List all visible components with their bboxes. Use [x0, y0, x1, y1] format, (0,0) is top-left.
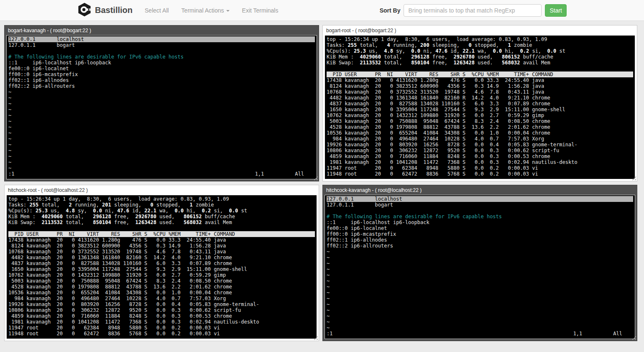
- terminal-line: ~: [327, 313, 633, 319]
- terminal-line: ::1 ip6-localhost ip6-loopback: [327, 219, 633, 225]
- terminal-line: 10768 kavanagh 20 0 3732552 313520 19748…: [8, 249, 315, 255]
- terminal-line: ~: [8, 153, 315, 159]
- terminal-line: ~: [327, 301, 633, 307]
- terminal-line: fe00::0 ip6-localnet: [8, 66, 315, 71]
- terminal-line: 11948 root 20 0 62472 8836 5768 S 0.0 0.…: [327, 171, 633, 177]
- terminal-line: ~: [327, 249, 633, 255]
- terminal-line: [8, 48, 315, 54]
- regexp-sort-input[interactable]: [404, 4, 542, 17]
- sort-by-label: Sort By: [380, 7, 401, 14]
- terminal-line: ~: [327, 325, 633, 331]
- terminal-line: ~: [327, 272, 633, 278]
- terminal-line: 1650 kavanagh 20 0 3395004 117248 27544 …: [8, 266, 315, 272]
- terminal-line: 10536 kavanagh 20 0 655204 41084 34308 S…: [327, 130, 633, 136]
- terminal-line: 10536 kavanagh 20 0 655204 41084 34308 S…: [8, 290, 315, 296]
- terminal-line: ~: [8, 124, 315, 130]
- terminal-line: 5003 kavanagh 20 0 750888 95048 67424 S …: [8, 278, 315, 284]
- start-button[interactable]: Start: [545, 4, 567, 17]
- terminal-line: ~: [8, 130, 315, 136]
- terminal-line: 4837 kavanagh 20 0 827588 134028 110160 …: [327, 101, 633, 107]
- terminal-line: KiB Mem : 4029060 total, 296128 free, 29…: [327, 54, 633, 60]
- terminal-line: 984 kavanagh 20 0 496480 27464 10228 S 4…: [327, 136, 633, 142]
- terminal-line: ff02::2 ip6-allrouters: [327, 243, 633, 249]
- terminal-line: 4528 kavanagh 20 0 1979808 88812 43788 S…: [8, 284, 315, 290]
- terminal-line: ~: [8, 165, 315, 171]
- terminal-line: Tasks: 255 total, 4 running, 200 sleepin…: [327, 42, 633, 48]
- terminal-screen[interactable]: top - 15:26:34 up 1 day, 8:30, 6 users, …: [7, 195, 317, 339]
- terminal-line: ~: [327, 290, 633, 296]
- caret-down-icon: [226, 10, 230, 12]
- terminal-line: 10806 kavanagh 20 0 306232 12872 9520 S …: [327, 148, 633, 153]
- terminal-line: top - 15:26:34 up 1 day, 8:30, 6 users, …: [8, 196, 315, 202]
- terminal-line: 1981 kavanagh 20 0 1041208 11472 7368 S …: [8, 319, 315, 325]
- terminal-window-hitchcock-kavanagh: hitchcock-kavanagh - ( root@localhost:22…: [322, 185, 637, 341]
- terminal-line: fe00::0 ip6-localnet: [327, 225, 633, 231]
- terminal-line: 11948 root 20 0 62472 8836 5768 S 0.0 0.…: [8, 331, 315, 337]
- terminal-line: 17438 kavanagh 20 0 4131620 1.280g 476 S…: [8, 237, 315, 243]
- vim-ruler: 1,1: [573, 331, 583, 337]
- terminal-line: 4859 kavanagh 20 0 716060 11884 8248 S 0…: [327, 153, 633, 159]
- terminal-line: ~: [8, 118, 315, 124]
- terminal-screen[interactable]: 127.0.0.1 localhost127.0.1.1 bogart# The…: [7, 36, 317, 179]
- terminal-line: 1981 kavanagh 20 0 1041208 11472 7368 S …: [327, 159, 633, 165]
- terminal-titlebar[interactable]: hitchcock-kavanagh - ( root@localhost:22…: [323, 185, 637, 195]
- terminal-line: 8124 kavanagh 20 0 3823512 600900 4356 S…: [8, 243, 315, 249]
- terminal-line: ~: [8, 142, 315, 148]
- terminal-line: ~: [327, 296, 633, 301]
- terminal-line: 4528 kavanagh 20 0 1979808 88812 43788 S…: [327, 124, 633, 130]
- navbar: Bastillion Select All Terminal Actions E…: [0, 0, 644, 21]
- bastillion-logo-icon: [77, 3, 92, 18]
- terminal-line: # The following lines are desirable for …: [327, 214, 633, 219]
- nav-item-select-all[interactable]: Select All: [138, 7, 175, 14]
- terminal-screen[interactable]: 127.0.0.1 localhost127.0.1.1 bogart# The…: [325, 195, 635, 339]
- terminal-line: 127.0.0.1 localhost: [327, 196, 633, 202]
- terminal-line: %Cpu(s): 25.3 us, 4.8 sy, 0.0 ni, 47.6 i…: [8, 208, 315, 214]
- terminal-line: ~: [8, 159, 315, 165]
- terminal-cursor: 1: [327, 196, 330, 202]
- terminal-line: 127.0.1.1 bogart: [327, 202, 633, 208]
- nav-item-exit-terminals[interactable]: Exit Terminals: [236, 7, 285, 14]
- vim-ruler-group: 1,1All: [573, 331, 622, 337]
- terminal-line: 8124 kavanagh 20 0 3823512 600900 4356 S…: [327, 83, 633, 89]
- terminal-line: ~: [8, 95, 315, 101]
- terminal-line: 4859 kavanagh 20 0 716060 11884 8248 S 0…: [8, 313, 315, 319]
- navbar-container: Bastillion Select All Terminal Actions E…: [77, 0, 567, 20]
- terminal-line: ~: [8, 101, 315, 107]
- terminal-line: 19926 kavanagh 20 0 803920 16256 8728 S …: [327, 142, 633, 148]
- terminal-line: KiB Swap: 2113532 total, 850104 free, 12…: [327, 60, 633, 66]
- terminal-line: 127.0.1.1 bogart: [8, 42, 315, 48]
- terminal-titlebar[interactable]: hitchock-root - ( root@localhost:22 ): [5, 185, 319, 195]
- terminal-line: ff02::1 ip6-allnodes: [8, 77, 315, 83]
- terminal-line: Tasks: 255 total, 2 running, 201 sleepin…: [8, 202, 315, 208]
- terminal-line: 11947 root 20 0 62384 8948 5880 S 0.0 0.…: [8, 325, 315, 331]
- terminal-line: ~: [8, 112, 315, 118]
- terminal-line: ~: [327, 284, 633, 290]
- terminal-line: 11947 root 20 0 62384 8948 5880 S 0.0 0.…: [327, 165, 633, 171]
- brand-name: Bastillion: [95, 5, 133, 15]
- brand[interactable]: Bastillion: [77, 3, 133, 18]
- terminal-line: [327, 66, 633, 71]
- terminal-line: 10806 kavanagh 20 0 306232 12872 9520 S …: [8, 307, 315, 313]
- terminal-line: ~: [327, 319, 633, 325]
- terminal-screen[interactable]: top - 15:26:34 up 1 day, 8:30, 6 users, …: [325, 36, 635, 179]
- vim-status-line: :11,1All: [8, 171, 315, 177]
- terminal-grid: bogart-kavanagh - ( root@bogart:22 ) 127…: [0, 21, 644, 345]
- terminal-line: ~: [8, 148, 315, 153]
- terminal-line: %Cpu(s): 25.3 us, 4.8 sy, 0.0 ni, 47.6 i…: [327, 48, 633, 54]
- terminal-line: ::1 ip6-localhost ip6-loopback: [8, 60, 315, 66]
- terminal-line: 4482 kavanagh 20 0 1361348 161840 82160 …: [8, 255, 315, 260]
- terminal-line: 127.0.0.1 localhost: [8, 36, 315, 42]
- vim-ruler: 1,1: [255, 171, 264, 177]
- terminal-line: ~: [8, 107, 315, 112]
- terminal-line: ff00::0 ip6-mcastprefix: [8, 71, 315, 77]
- sort-controls: Sort By Start: [380, 4, 567, 17]
- nav-item-terminal-actions[interactable]: Terminal Actions: [175, 7, 236, 14]
- terminal-line: ff02::1 ip6-allnodes: [327, 237, 633, 243]
- terminal-line: ~: [327, 260, 633, 266]
- terminal-titlebar[interactable]: bogart-root - ( root@bogart:22 ): [323, 26, 637, 36]
- terminal-line: [327, 208, 633, 214]
- terminal-window-hitchock-root: hitchock-root - ( root@localhost:22 ) to…: [4, 185, 319, 341]
- terminal-line: KiB Swap: 2113532 total, 850104 free, 12…: [8, 219, 315, 225]
- vim-scroll-position: All: [613, 331, 622, 337]
- terminal-titlebar[interactable]: bogart-kavanagh - ( root@bogart:22 ): [5, 26, 319, 36]
